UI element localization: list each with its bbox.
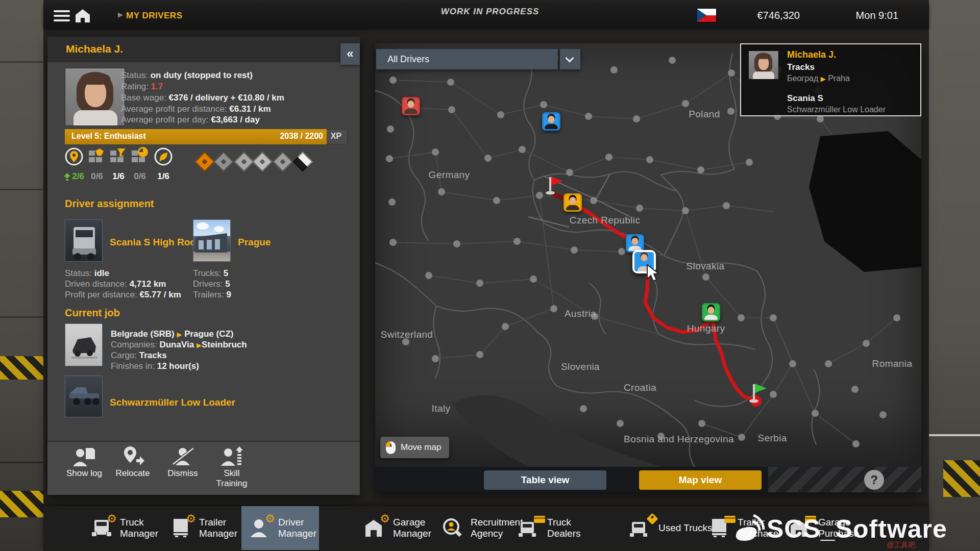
- tab-trailer-manager[interactable]: ⚙ TrailerManager: [162, 506, 244, 550]
- home-icon[interactable]: [75, 9, 90, 23]
- adr-flammable-icon: [234, 152, 254, 172]
- hazard-stripe: [0, 491, 45, 517]
- garage-manager-icon: ⚙: [363, 518, 387, 538]
- xp-value: 2038 / 2200: [280, 132, 323, 141]
- upgrade-arrow-icon: [64, 173, 70, 181]
- current-job-header: Current job: [65, 307, 120, 319]
- hangar-floor-line: [922, 434, 980, 436]
- dismiss-icon: [171, 446, 194, 467]
- tooltip-cargo: Tracks: [787, 62, 815, 72]
- skill-long-distance[interactable]: 2/6: [62, 146, 86, 182]
- tab-truck-dealers[interactable]: TruckDealers: [510, 506, 587, 550]
- relocate-button[interactable]: Relocate: [108, 446, 157, 479]
- driver-marker-yellow[interactable]: [564, 193, 582, 212]
- show-log-button[interactable]: Show log: [60, 446, 109, 479]
- relocate-icon: [121, 446, 144, 467]
- move-map-hint: Move map: [380, 437, 449, 458]
- cargo-thumbnail: [65, 323, 103, 366]
- dropdown-chevron-button[interactable]: [560, 49, 580, 69]
- tooltip-driver-name: Michaela J.: [787, 49, 836, 60]
- long-distance-icon: [64, 146, 84, 168]
- help-button[interactable]: ?: [864, 470, 884, 490]
- job-companies-line: Companies: DunaVia ▶Steinbruch: [111, 340, 247, 350]
- trailer-link[interactable]: Schwarzmüller Low Loader: [110, 397, 235, 408]
- driver-rating-line: Rating: 1.7: [121, 82, 163, 92]
- garage-trailers-line: Trailers: 9: [193, 290, 231, 300]
- adr-oxidizer-icon: [252, 152, 273, 172]
- driver-status-line: Status: on duty (stopped to rest): [121, 70, 253, 81]
- job-route-line: Belgrade (SRB) ▶ Prague (CZ): [111, 329, 234, 339]
- truck-manager-icon: ⚙: [90, 518, 114, 538]
- collapse-panel-button[interactable]: «: [340, 43, 360, 65]
- tab-garage-manager[interactable]: ⚙ GarageManager: [356, 506, 438, 550]
- level-label: Level 5: Enthusiast: [71, 132, 146, 141]
- hazard-stripe: [943, 460, 980, 497]
- map-label: Slovakia: [686, 261, 724, 272]
- map-label: Czech Republic: [570, 215, 641, 226]
- job-finish-line: Finishes in: 12 hour(s): [111, 361, 199, 371]
- trailer-thumbnail[interactable]: [65, 375, 103, 417]
- adr-gases-icon: [213, 152, 234, 172]
- driver-marker-blue[interactable]: [542, 112, 560, 131]
- driver-portrait: [65, 68, 125, 126]
- gear-icon: ⚙: [186, 513, 196, 524]
- map-label: Serbia: [757, 433, 787, 444]
- driver-marker-green[interactable]: [702, 303, 720, 321]
- gear-icon: ⚙: [380, 513, 390, 524]
- hazard-stripe: [0, 356, 45, 380]
- tab-truck-manager[interactable]: ⚙ TruckManager: [83, 506, 165, 550]
- menu-icon[interactable]: [54, 10, 70, 22]
- driver-filter-dropdown[interactable]: All Drivers: [376, 49, 558, 69]
- garage-trucks-line: Trucks: 5: [193, 268, 228, 279]
- hangar-wall-left: [0, 0, 45, 551]
- assigned-garage-thumbnail[interactable]: [193, 219, 231, 262]
- trailer-purchase-icon: [708, 518, 731, 538]
- tab-driver-manager[interactable]: ⚙ DriverManager: [241, 506, 319, 550]
- fragile-cargo-icon: [108, 146, 129, 168]
- czech-flag-icon: [697, 9, 716, 22]
- mouse-icon: [385, 441, 396, 455]
- driver-wage-line: Base wage: €376 / delivery + €10.80 / km: [121, 93, 284, 103]
- map-label: Croatia: [624, 382, 656, 393]
- map-label: Italy: [432, 403, 451, 414]
- adr-toxic-icon: [273, 152, 293, 172]
- skill-training-button[interactable]: Skill Training: [207, 446, 256, 489]
- assigned-truck-thumbnail[interactable]: [65, 219, 103, 262]
- used-trucks-icon: [629, 518, 652, 538]
- table-view-button[interactable]: Table view: [484, 470, 606, 490]
- map-label: Poland: [689, 109, 720, 120]
- trailer-manager-icon: ⚙: [169, 518, 193, 538]
- map-view-button[interactable]: Map view: [639, 470, 762, 490]
- tooltip-trailer: Schwarzmüller Low Loader: [787, 105, 886, 114]
- hazard-stripes-decor: [768, 467, 921, 492]
- skill-urgent-delivery[interactable]: 0/6: [128, 146, 152, 182]
- driver-profit-distance-line: Average profit per distance: €6.31 / km: [121, 104, 271, 114]
- driver-marker-red[interactable]: [402, 97, 420, 115]
- driver-detail-panel: Michaela J. « Status: on duty (stopped t…: [47, 37, 360, 495]
- chevron-down-icon: [566, 54, 574, 63]
- dismiss-button[interactable]: Dismiss: [158, 446, 207, 479]
- money-balance: €746,320: [722, 10, 800, 21]
- skill-eco-driving[interactable]: 1/6: [151, 146, 176, 182]
- game-screen: ▶ MY DRIVERS €746,320 Mon 9:01 WORK IN P…: [0, 0, 980, 551]
- tooltip-route: Београд ▶ Praha: [787, 74, 850, 83]
- adr-corrosive-icon: [292, 152, 313, 172]
- truck-distance-line: Driven distance: 4,712 km: [65, 279, 166, 289]
- truck-dealers-icon: [518, 518, 541, 538]
- assigned-garage-link[interactable]: Prague: [238, 237, 271, 248]
- assigned-truck-link[interactable]: Scania S High Roof: [110, 237, 199, 248]
- watermark-small-text: @工具吧: [887, 541, 915, 550]
- credit-card-icon: [534, 516, 545, 523]
- map-label: Bosnia and Herzegovina: [624, 434, 734, 445]
- truck-status-line: Status: idle: [65, 268, 109, 279]
- skill-high-value-cargo[interactable]: 0/6: [85, 146, 109, 182]
- mouse-cursor-icon: [644, 264, 662, 283]
- gear-icon: ⚙: [265, 513, 275, 524]
- breadcrumb: MY DRIVERS: [126, 11, 183, 21]
- driver-map-tooltip: Michaela J. Tracks Београд ▶ Praha Scani…: [740, 43, 921, 116]
- map-label: Austria: [565, 308, 596, 319]
- map-footer: Table view Map view ?: [375, 467, 921, 492]
- skill-fragile-cargo[interactable]: 1/6: [106, 146, 131, 182]
- map-label: Slovenia: [561, 361, 600, 372]
- driver-profit-day-line: Average profit per day: €3,663 / day: [121, 115, 260, 125]
